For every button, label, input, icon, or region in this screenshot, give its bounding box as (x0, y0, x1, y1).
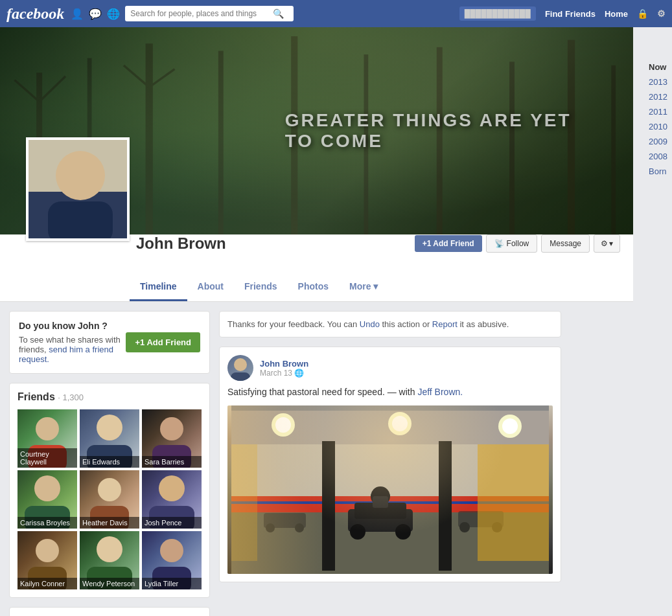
report-link[interactable]: Report (432, 319, 458, 329)
friend-item-courtney[interactable]: Courtney Claywell (17, 409, 77, 468)
post-meta: John Brown March 13 🌐 (260, 359, 553, 378)
svg-rect-11 (611, 65, 616, 234)
friend-name-eli: Eli Edwards (80, 456, 139, 468)
svg-rect-60 (458, 511, 504, 527)
svg-rect-41 (231, 405, 549, 444)
undo-link[interactable]: Undo (360, 319, 380, 329)
nav-user-name: ████████████ (465, 9, 531, 18)
timeline-2013[interactable]: 2013 (643, 74, 672, 89)
friend-name-carissa: Carissa Broyles (17, 517, 77, 529)
post-image[interactable] (227, 405, 553, 574)
gear-chevron-icon: ▾ (609, 239, 613, 248)
profile-tabs: Timeline About Friends Photos More ▾ (130, 273, 620, 301)
friend-name-wendy: Wendy Peterson (80, 578, 139, 589)
notifications-nav-icon[interactable]: 🌐 (107, 8, 120, 20)
svg-point-24 (160, 417, 183, 440)
tab-timeline[interactable]: Timeline (130, 273, 187, 301)
svg-rect-63 (264, 513, 306, 528)
messages-nav-icon[interactable]: 💬 (89, 8, 102, 20)
svg-rect-42 (231, 405, 549, 411)
timeline-born[interactable]: Born (643, 164, 672, 179)
svg-rect-54 (348, 509, 413, 532)
know-desc: To see what he shares with friends, send… (19, 335, 126, 364)
gear-settings-button[interactable]: ⚙ ▾ (594, 234, 620, 253)
timeline-2010[interactable]: 2010 (643, 119, 672, 134)
friend-name-heather: Heather Davis (80, 517, 139, 529)
friend-item-eli[interactable]: Eli Edwards (80, 409, 139, 468)
follow-icon: 📡 (494, 239, 504, 248)
follow-label: Follow (507, 239, 529, 248)
post-tag-link[interactable]: Jeff Brown. (417, 387, 463, 397)
friend-item-sara[interactable]: Sara Barries (142, 409, 202, 468)
find-friends-link[interactable]: Find Friends (545, 9, 596, 19)
post-avatar[interactable] (227, 355, 253, 381)
svg-point-38 (234, 358, 247, 371)
svg-point-61 (459, 522, 470, 532)
friend-name-josh: Josh Pence (142, 517, 202, 529)
follow-button[interactable]: 📡 Follow (486, 234, 538, 253)
search-bar[interactable]: 🔍 (125, 6, 294, 21)
svg-point-34 (97, 536, 122, 562)
left-column: Do you know John ? To see what he shares… (9, 311, 210, 616)
post-globe-icon: 🌐 (294, 369, 304, 378)
svg-point-32 (36, 539, 59, 562)
svg-point-30 (159, 475, 185, 501)
svg-point-64 (266, 523, 275, 532)
friend-item-carissa[interactable]: Carissa Broyles (17, 470, 77, 529)
friend-item-lydia[interactable]: Lydia Tiller (142, 531, 202, 589)
timeline-column: Now 2013 2012 2011 2010 2009 2008 Born (633, 60, 672, 179)
page-wrapper: GREATER THINGS ARE YET TO COME (0, 27, 672, 616)
svg-point-18 (56, 151, 105, 200)
svg-point-26 (34, 475, 60, 501)
svg-point-44 (275, 417, 291, 433)
friend-name-kailyn: Kailyn Conner (17, 578, 77, 589)
friends-card: Friends · 1,300 Courtney Claywell (9, 383, 210, 598)
timeline-2009[interactable]: 2009 (643, 134, 672, 149)
svg-point-48 (502, 418, 518, 434)
svg-rect-67 (231, 444, 257, 561)
svg-point-43 (272, 413, 295, 437)
main-content: GREATER THINGS ARE YET TO COME (0, 27, 633, 616)
friend-item-wendy[interactable]: Wendy Peterson (80, 531, 139, 589)
profile-actions: +1 Add Friend 📡 Follow Message ⚙ ▾ (415, 234, 620, 253)
timeline-2011[interactable]: 2011 (643, 104, 672, 119)
timeline-now[interactable]: Now (643, 60, 672, 74)
home-link[interactable]: Home (605, 9, 628, 19)
facebook-logo: facebook (6, 5, 64, 23)
user-area[interactable]: ████████████ (459, 6, 536, 21)
svg-point-65 (295, 523, 304, 532)
tab-about[interactable]: About (187, 273, 234, 301)
timeline-2012[interactable]: 2012 (643, 89, 672, 104)
gear-icon[interactable]: ⚙ (657, 8, 666, 19)
timeline-2008[interactable]: 2008 (643, 149, 672, 164)
friend-item-heather[interactable]: Heather Davis (80, 470, 139, 529)
svg-rect-51 (231, 501, 549, 504)
know-title: Do you know John ? (19, 321, 126, 331)
tab-photos[interactable]: Photos (288, 273, 339, 301)
svg-rect-59 (373, 496, 388, 508)
svg-rect-53 (439, 441, 452, 571)
svg-rect-58 (371, 486, 390, 506)
svg-rect-50 (231, 496, 549, 512)
lock-icon[interactable]: 🔒 (637, 8, 648, 19)
svg-point-28 (98, 478, 121, 501)
friend-item-kailyn[interactable]: Kailyn Conner (17, 531, 77, 589)
profile-avatar[interactable] (26, 137, 130, 241)
content-area: Do you know John ? To see what he shares… (0, 302, 570, 616)
add-friend-button[interactable]: +1 Add Friend (415, 235, 482, 252)
post-author[interactable]: John Brown (260, 359, 553, 369)
friends-nav-icon[interactable]: 👤 (71, 8, 84, 20)
nav-right: ████████████ Find Friends Home 🔒 ⚙ (459, 6, 666, 21)
add-friend-green-button[interactable]: +1 Add Friend (126, 332, 200, 352)
profile-name: John Brown (136, 234, 226, 253)
svg-point-22 (97, 415, 122, 440)
tab-more[interactable]: More ▾ (339, 273, 388, 301)
friends-grid: Courtney Claywell Eli Edwards (17, 409, 202, 589)
profile-name-area: John Brown +1 Add Friend 📡 Follow Messag… (136, 234, 620, 259)
search-input[interactable] (130, 9, 273, 18)
message-button[interactable]: Message (541, 234, 590, 253)
send-friend-request-link[interactable]: send him a friend request. (19, 345, 113, 364)
tab-friends[interactable]: Friends (234, 273, 288, 301)
friend-item-josh[interactable]: Josh Pence (142, 470, 202, 529)
svg-rect-55 (354, 503, 406, 519)
